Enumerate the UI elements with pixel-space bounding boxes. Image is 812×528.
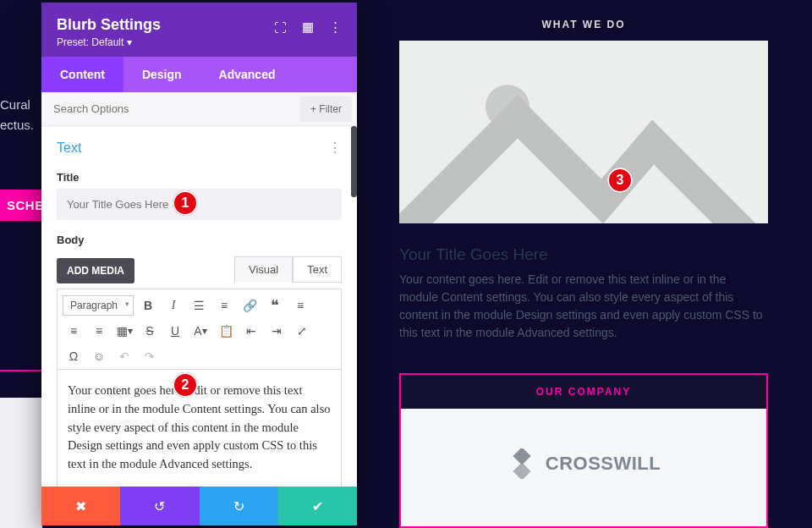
panel-action-bar: ✖ ↺ ↻ ✔ (41, 487, 357, 525)
redo-button[interactable]: ↻ (200, 487, 278, 525)
emoji-icon[interactable]: ☺ (88, 345, 110, 367)
align-left-icon[interactable]: ≡ (289, 294, 311, 316)
filter-button[interactable]: + Filter (300, 96, 352, 122)
what-we-do-heading: WHAT WE DO (399, 19, 768, 30)
body-label: Body (57, 234, 342, 246)
section-more-icon[interactable]: ⋮ (328, 140, 342, 156)
italic-icon[interactable]: I (162, 294, 184, 316)
lower-section-bg (0, 398, 42, 528)
underline-icon[interactable]: U (164, 320, 186, 342)
strikethrough-icon[interactable]: S (139, 320, 161, 342)
align-right-icon[interactable]: ≡ (88, 320, 110, 342)
redo-icon[interactable]: ↷ (139, 345, 161, 367)
svg-rect-3 (513, 462, 530, 479)
add-media-button[interactable]: ADD MEDIA (57, 258, 134, 283)
cancel-button[interactable]: ✖ (41, 487, 120, 525)
undo-icon[interactable]: ↶ (113, 345, 135, 367)
tab-advanced[interactable]: Advanced (200, 57, 294, 92)
outdent-icon[interactable]: ⇤ (240, 320, 262, 342)
preview-title: Your Title Goes Here (399, 245, 548, 264)
our-company-card: OUR COMPANY CROSSWILL (399, 373, 768, 528)
image-placeholder-icon (399, 41, 768, 223)
tab-design[interactable]: Design (123, 57, 200, 92)
settings-tabs: Content Design Advanced (41, 57, 357, 92)
our-company-heading: OUR COMPANY (401, 375, 766, 409)
wireframe-view-icon[interactable]: ▦ (302, 19, 314, 35)
image-placeholder[interactable] (399, 41, 768, 223)
undo-button[interactable]: ↺ (120, 487, 199, 525)
callout-1: 1 (173, 190, 198, 216)
section-divider (0, 370, 42, 371)
responsive-view-icon[interactable]: ⛶ (274, 20, 287, 35)
section-heading-text[interactable]: Text (57, 140, 81, 156)
company-logo-icon (507, 448, 537, 479)
fullscreen-icon[interactable]: ⤢ (291, 320, 313, 342)
preview-body: Your content goes here. Edit or remove t… (399, 271, 768, 342)
panel-scrollbar[interactable] (351, 126, 357, 197)
panel-header: Blurb Settings Preset: Default ▾ ⛶ ▦ ⋮ (41, 3, 357, 57)
editor-toolbar: Paragraph B I ☰ ≡ 🔗 ❝ ≡ ≡ ≡ ▦▾ S U A▾ 📋 … (57, 289, 342, 369)
paste-icon[interactable]: 📋 (215, 320, 237, 342)
editor-tab-text[interactable]: Text (293, 256, 342, 283)
blockquote-icon[interactable]: ❝ (264, 294, 286, 316)
search-input[interactable] (41, 92, 295, 125)
preset-dropdown[interactable]: Preset: Default ▾ (57, 36, 161, 48)
bg-copy: Cural ectus. (0, 95, 34, 135)
callout-3: 3 (607, 168, 633, 193)
bold-icon[interactable]: B (137, 294, 159, 316)
search-filter-row: + Filter (41, 92, 357, 126)
title-input[interactable] (57, 189, 342, 220)
link-icon[interactable]: 🔗 (239, 294, 261, 316)
more-menu-icon[interactable]: ⋮ (329, 19, 342, 35)
text-color-icon[interactable]: A▾ (189, 320, 211, 342)
indent-icon[interactable]: ⇥ (266, 320, 288, 342)
text-section: Text ⋮ Title Body ADD MEDIA VisualText P… (41, 126, 357, 487)
numbered-list-icon[interactable]: ≡ (213, 294, 235, 316)
panel-title: Blurb Settings (57, 16, 161, 34)
save-button[interactable]: ✔ (278, 487, 357, 525)
table-icon[interactable]: ▦▾ (113, 320, 135, 342)
align-center-icon[interactable]: ≡ (63, 320, 85, 342)
special-char-icon[interactable]: Ω (63, 345, 85, 367)
tab-content[interactable]: Content (41, 57, 123, 92)
title-label: Title (57, 171, 342, 184)
bullet-list-icon[interactable]: ☰ (188, 294, 210, 316)
paragraph-select[interactable]: Paragraph (63, 295, 134, 316)
body-editor[interactable]: Your content goes here. Edit or remove t… (57, 369, 342, 487)
editor-tab-visual[interactable]: Visual (234, 256, 293, 283)
callout-2: 2 (173, 372, 198, 398)
company-logo: CROSSWILL (401, 409, 766, 519)
blurb-settings-panel: Blurb Settings Preset: Default ▾ ⛶ ▦ ⋮ C… (41, 3, 357, 525)
